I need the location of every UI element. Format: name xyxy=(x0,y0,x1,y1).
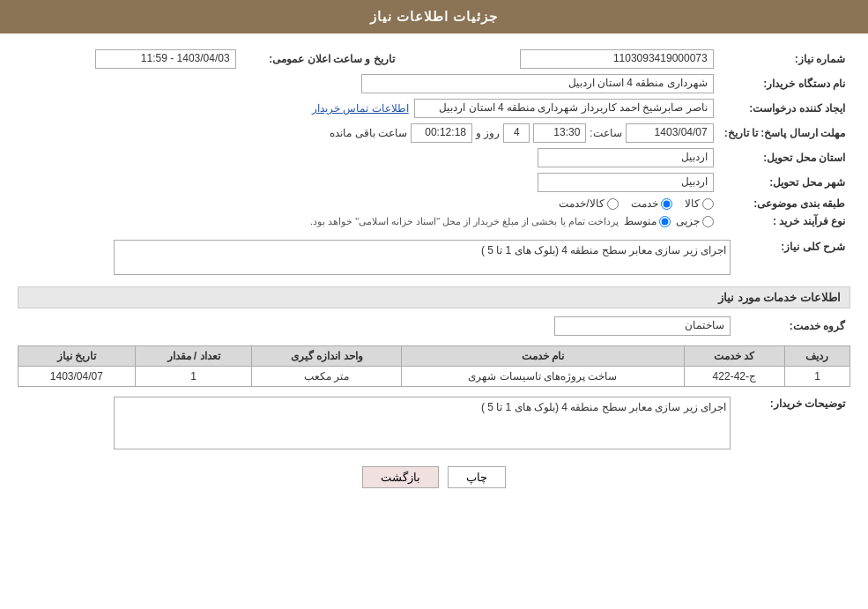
farayand-text: پرداخت تمام یا بخشی از مبلغ خریدار از مح… xyxy=(310,216,619,227)
rooz-label: روز و xyxy=(476,127,500,139)
radio-kala[interactable]: کالا xyxy=(685,197,714,210)
khadamat-section-header: اطلاعات خدمات مورد نیاز xyxy=(18,286,850,308)
col-code: کد خدمت xyxy=(684,346,784,367)
group-label: گروه خدمت: xyxy=(736,314,850,338)
col-unit: واحد اندازه گیری xyxy=(252,346,402,367)
cell-unit: متر مکعب xyxy=(252,367,402,387)
shenare-niaz-value: 1103093419000073 xyxy=(520,49,714,69)
col-radif: ردیف xyxy=(784,346,849,367)
col-count: تعداد / مقدار xyxy=(135,346,252,367)
ijad-konande-label: ایجاد کننده درخواست: xyxy=(719,96,850,121)
baghimande-value: 00:12:18 xyxy=(411,123,472,143)
tarikh-elam-value: 1403/04/03 - 11:59 xyxy=(95,49,236,69)
mohlat-ersal-label: مهلت ارسال پاسخ: تا تاریخ: xyxy=(719,121,850,145)
ostan-tahvil-label: استان محل تحویل: xyxy=(719,145,850,170)
sharh-value: اجرای زیر سازی معابر سطح منطقه 4 (بلوک ه… xyxy=(114,240,731,275)
time-label: ساعت: xyxy=(590,127,621,139)
nooe-farayand-label: نوع فرآیند خرید : xyxy=(719,212,850,230)
table-row: 1 ج-42-422 ساخت پروژه‌های تاسیسات شهری م… xyxy=(19,367,850,387)
ijad-konande-value: ناصر صابرشیخ احمد کاربرداز شهرداری منطقه… xyxy=(414,99,714,118)
cell-name: ساخت پروژه‌های تاسیسات شهری xyxy=(402,367,684,387)
shahr-tahvil-value: اردبیل xyxy=(538,173,714,192)
ostan-tahvil-value: اردبیل xyxy=(538,148,714,167)
description-label: توضیحات خریدار: xyxy=(736,394,850,452)
back-button[interactable]: بازگشت xyxy=(362,466,439,488)
radio-kala-khedmat[interactable]: کالا/خدمت xyxy=(559,197,618,210)
col-name: نام خدمت xyxy=(402,346,684,367)
tarikh-elam-label: تاریخ و ساعت اعلان عمومی: xyxy=(241,47,400,71)
shenare-niaz-label: شماره نیاز: xyxy=(719,47,850,71)
date-value: 1403/04/07 xyxy=(626,123,714,143)
shahr-tahvil-label: شهر محل تحویل: xyxy=(719,170,850,195)
tabaqe-bandi-label: طبقه بندی موضوعی: xyxy=(719,195,850,212)
page-header: جزئیات اطلاعات نیاز xyxy=(0,0,868,33)
cell-date: 1403/04/07 xyxy=(19,367,136,387)
services-table: ردیف کد خدمت نام خدمت واحد اندازه گیری ت… xyxy=(18,345,850,387)
description-value: اجرای زیر سازی معابر سطح منطقه 4 (بلوک ه… xyxy=(114,397,731,449)
radio-jozi[interactable]: جزیی xyxy=(676,215,714,227)
sharh-label: شرح کلی نیاز: xyxy=(736,237,850,278)
time-value: 13:30 xyxy=(533,123,586,143)
cell-count: 1 xyxy=(135,367,252,387)
baghimande-label: ساعت باقی مانده xyxy=(330,127,407,139)
group-value: ساختمان xyxy=(554,316,731,336)
contact-link[interactable]: اطلاعات تماس خریدار xyxy=(312,102,409,115)
cell-code: ج-42-422 xyxy=(684,367,784,387)
radio-motavasset[interactable]: متوسط xyxy=(624,215,671,227)
cell-radif: 1 xyxy=(784,367,849,387)
name-dasteghah-value: شهرداری منطقه 4 استان اردبیل xyxy=(361,74,714,93)
print-button[interactable]: چاپ xyxy=(448,466,506,488)
name-dasteghah-label: نام دستگاه خریدار: xyxy=(719,71,850,96)
rooz-value: 4 xyxy=(503,123,530,143)
col-date: تاریخ نیاز xyxy=(19,346,136,367)
radio-khedmat[interactable]: خدمت xyxy=(631,197,672,210)
header-title: جزئیات اطلاعات نیاز xyxy=(370,9,498,24)
